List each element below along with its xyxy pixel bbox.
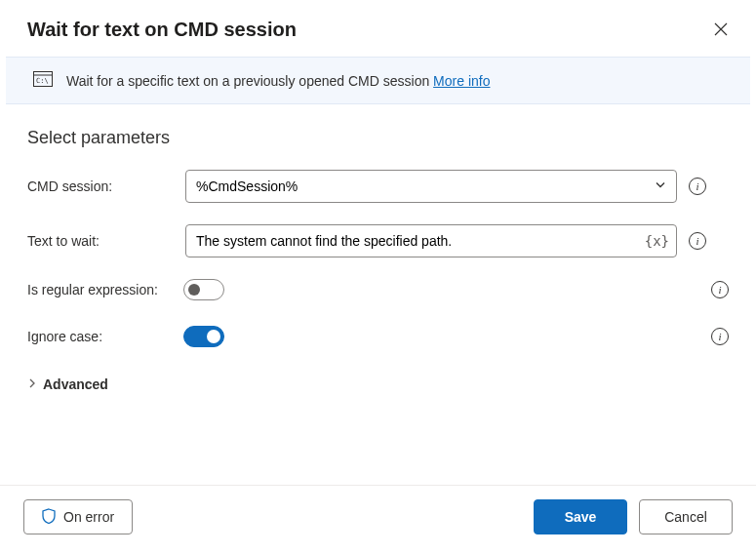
info-icon-cmd-session[interactable]: i: [689, 178, 706, 195]
save-label: Save: [565, 509, 597, 525]
svg-text:C:\: C:\: [36, 77, 49, 85]
text-to-wait-wrap: {x}: [185, 224, 677, 257]
advanced-section-toggle[interactable]: Advanced: [27, 373, 729, 396]
row-ignore-case: Ignore case: i: [27, 326, 729, 347]
info-icon-text-to-wait[interactable]: i: [689, 232, 706, 250]
label-text-to-wait: Text to wait:: [27, 233, 174, 249]
dialog-footer: On error Save Cancel: [0, 485, 756, 554]
banner-description: Wait for a specific text on a previously…: [66, 73, 429, 89]
row-cmd-session: CMD session: i: [27, 170, 729, 203]
save-button[interactable]: Save: [534, 499, 627, 534]
advanced-label: Advanced: [43, 376, 108, 392]
label-ignore-case: Ignore case:: [27, 329, 183, 344]
cmd-session-select[interactable]: [185, 170, 677, 203]
dialog-title: Wait for text on CMD session: [27, 19, 297, 41]
on-error-label: On error: [63, 509, 114, 525]
label-cmd-session: CMD session:: [27, 178, 174, 194]
cancel-label: Cancel: [664, 509, 707, 525]
info-icon-is-regex[interactable]: i: [711, 281, 729, 298]
cmd-session-wrap: [185, 170, 677, 203]
section-title: Select parameters: [27, 128, 729, 148]
info-icon-ignore-case[interactable]: i: [711, 328, 729, 345]
text-to-wait-input[interactable]: [185, 224, 677, 257]
row-is-regex: Is regular expression: i: [27, 279, 729, 300]
on-error-button[interactable]: On error: [23, 499, 133, 534]
cmd-icon: C:\: [33, 71, 53, 90]
dialog-header: Wait for text on CMD session: [0, 0, 756, 57]
chevron-right-icon: [27, 378, 37, 390]
close-button[interactable]: [709, 18, 733, 41]
row-text-to-wait: Text to wait: {x} i: [27, 224, 729, 257]
label-is-regex: Is regular expression:: [27, 282, 183, 297]
more-info-link[interactable]: More info: [433, 73, 490, 89]
dialog-content: Select parameters CMD session: i Text to…: [0, 104, 756, 485]
info-banner-text: Wait for a specific text on a previously…: [66, 73, 490, 89]
toggle-ignore-case[interactable]: [183, 326, 224, 347]
toggle-is-regex[interactable]: [183, 279, 224, 300]
close-icon: [714, 22, 728, 36]
shield-icon: [42, 508, 56, 527]
cancel-button[interactable]: Cancel: [639, 499, 733, 534]
info-banner: C:\ Wait for a specific text on a previo…: [6, 57, 750, 104]
